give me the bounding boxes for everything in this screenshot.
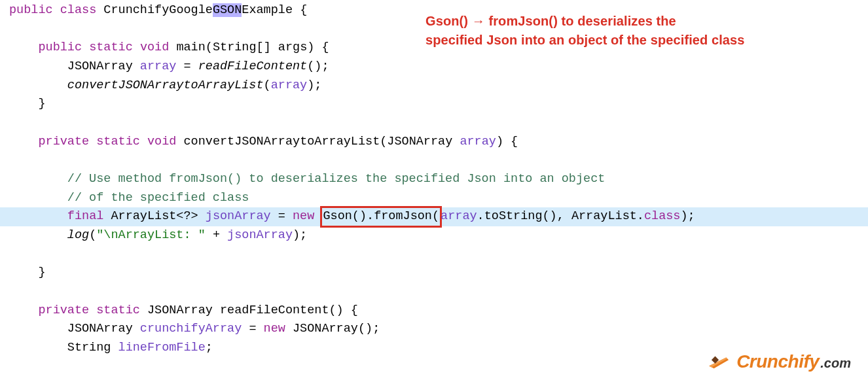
tail: ) {: [496, 135, 518, 148]
class-name-pre: CrunchifyGoogle: [103, 3, 213, 17]
code-block: public class CrunchifyGoogleGSONExample …: [0, 1, 868, 358]
variable: array: [441, 209, 477, 223]
variable: lineFromFile: [118, 341, 206, 355]
variable: array: [271, 78, 308, 92]
type: ArrayList<?>: [103, 209, 205, 223]
code-line-comment: // of the specified class: [0, 189, 868, 208]
tail: ;: [206, 341, 213, 355]
assign: =: [242, 322, 263, 336]
variable: array: [140, 60, 177, 73]
tail: );: [293, 228, 307, 242]
code-line-blank: [0, 114, 868, 133]
comment: // Use method fromJson() to deserializes…: [9, 172, 605, 186]
logo-tld: .com: [820, 353, 851, 373]
method-name: convertJSONArraytoArrayList(JSONArray: [176, 135, 460, 148]
method-sig: main(String[] args) {: [169, 41, 329, 54]
code-line-highlighted: final ArrayList<?> jsonArray = new Gson(…: [0, 207, 868, 226]
method-call: convertJSONArraytoArrayList: [67, 78, 264, 92]
tail: ();: [307, 60, 329, 73]
kw-new: new: [264, 322, 285, 336]
variable: jsonArray: [227, 228, 293, 242]
kw-static: static: [96, 304, 140, 317]
code-line: convertJSONArraytoArrayList(array);: [0, 77, 868, 95]
kw-private: private: [38, 135, 89, 148]
code-line-blank: [0, 151, 868, 170]
code-line: }: [0, 264, 868, 283]
annotation-line-2: specified Json into an object of the spe…: [425, 31, 855, 50]
kw-public: public: [9, 3, 53, 17]
kw-void: void: [147, 135, 176, 148]
method-call: readFileContent: [198, 60, 308, 73]
text: .toString(), ArrayList.: [477, 209, 644, 223]
logo-icon: [708, 351, 732, 371]
logo-name: Crunchify: [736, 347, 819, 375]
kw-class-lit: class: [644, 209, 681, 223]
assign: =: [176, 60, 198, 73]
kw-new: new: [293, 209, 314, 223]
method-sig: JSONArray readFileContent() {: [140, 304, 358, 317]
variable: crunchifyArray: [140, 322, 242, 336]
type: JSONArray: [9, 60, 140, 73]
code-line: log("\nArrayList: " + jsonArray);: [0, 226, 868, 245]
tail: JSONArray();: [285, 322, 380, 336]
code-line: private static JSONArray readFileContent…: [0, 302, 868, 321]
type: String: [9, 341, 118, 355]
class-name-selection: GSON: [213, 3, 242, 17]
string-literal: "\nArrayList: ": [96, 228, 206, 242]
red-highlight-box: Gson().fromJson(: [321, 207, 441, 226]
kw-void: void: [140, 41, 169, 54]
code-line-blank: [0, 245, 868, 264]
kw-final: final: [67, 209, 104, 223]
variable: jsonArray: [206, 209, 271, 223]
kw-class: class: [60, 3, 97, 17]
code-line: private static void convertJSONArraytoAr…: [0, 133, 868, 152]
annotation: Gson() → fromJson() to deserializes the …: [425, 12, 855, 50]
class-name-post: Example {: [242, 3, 307, 17]
code-line-comment: // Use method fromJson() to deserializes…: [0, 170, 868, 189]
logo: Crunchify .com: [708, 347, 851, 375]
comment: // of the specified class: [9, 191, 249, 205]
annotation-line-1: Gson() → fromJson() to deserializes the: [425, 12, 855, 31]
plus: +: [206, 228, 227, 242]
variable: array: [460, 135, 496, 148]
type: JSONArray: [9, 322, 140, 336]
kw-static: static: [89, 41, 133, 54]
assign: =: [271, 209, 293, 223]
kw-private: private: [38, 304, 89, 317]
code-line: JSONArray array = readFileContent();: [0, 58, 868, 77]
kw-static: static: [96, 135, 140, 148]
tail: );: [680, 209, 695, 223]
code-line-blank: [0, 283, 868, 302]
method-call: log: [67, 228, 89, 242]
kw-public: public: [38, 41, 82, 54]
code-line: }: [0, 95, 868, 114]
code-line: JSONArray crunchifyArray = new JSONArray…: [0, 320, 868, 339]
